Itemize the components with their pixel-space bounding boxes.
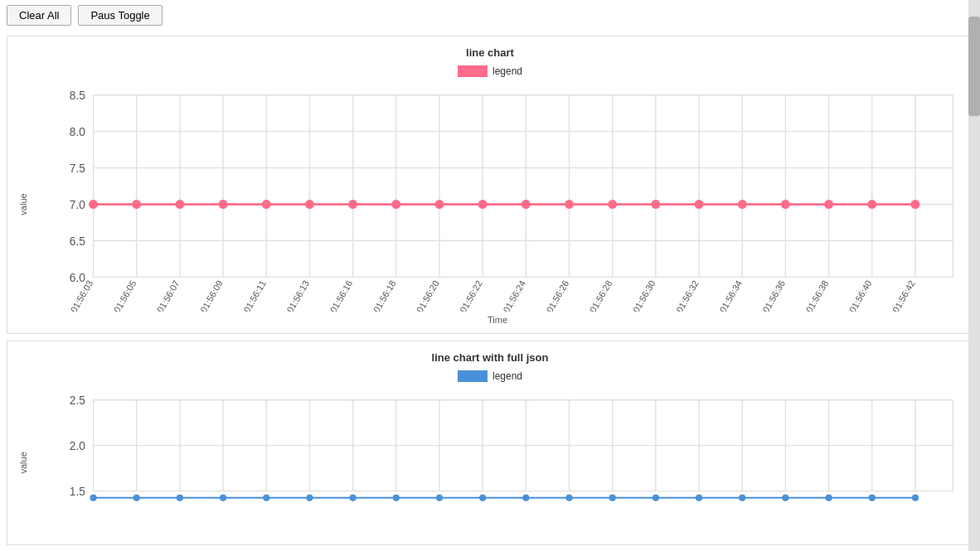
svg-point-103 bbox=[220, 494, 226, 500]
svg-point-41 bbox=[434, 200, 444, 209]
svg-point-102 bbox=[177, 494, 183, 500]
svg-text:2.5: 2.5 bbox=[70, 394, 85, 407]
chart1-x-label: Time bbox=[31, 315, 964, 325]
svg-text:6.5: 6.5 bbox=[70, 235, 85, 248]
svg-point-39 bbox=[348, 200, 357, 209]
svg-point-51 bbox=[867, 200, 876, 209]
svg-text:2019-10-06 01:56:16: 2019-10-06 01:56:16 bbox=[303, 278, 354, 311]
chart1-container: line chart legend value bbox=[7, 36, 973, 334]
chart2-title: line chart with full json bbox=[16, 351, 964, 364]
chart1-inner: 8.5 8.0 7.5 7.0 6.5 6.0 bbox=[31, 84, 964, 325]
svg-point-37 bbox=[262, 200, 271, 209]
svg-text:2019-10-06 01:56:26: 2019-10-06 01:56:26 bbox=[520, 278, 570, 311]
chart2-legend-label: legend bbox=[492, 370, 522, 382]
chart1-y-label: value bbox=[16, 84, 31, 325]
chart2-area: value bbox=[16, 389, 964, 537]
chart1-legend-label: legend bbox=[492, 65, 522, 77]
svg-point-104 bbox=[263, 494, 269, 500]
chart2-y-label: value bbox=[16, 389, 31, 537]
svg-point-40 bbox=[391, 200, 400, 209]
svg-point-117 bbox=[825, 494, 832, 500]
svg-point-48 bbox=[738, 200, 747, 209]
chart1-legend: legend bbox=[16, 65, 964, 77]
pause-toggle-button[interactable]: Paus Toggle bbox=[78, 5, 162, 26]
svg-point-105 bbox=[306, 494, 313, 500]
svg-point-34 bbox=[132, 200, 141, 209]
chart1-legend-swatch bbox=[458, 65, 488, 77]
svg-point-46 bbox=[651, 200, 660, 209]
svg-point-118 bbox=[869, 494, 876, 500]
svg-point-114 bbox=[696, 494, 702, 500]
svg-text:2019-10-06 01:56:38: 2019-10-06 01:56:38 bbox=[779, 278, 830, 311]
chart1-svg: 8.5 8.0 7.5 7.0 6.5 6.0 bbox=[31, 84, 964, 312]
svg-point-107 bbox=[393, 494, 400, 500]
svg-point-112 bbox=[609, 494, 616, 500]
scrollbar-track[interactable] bbox=[968, 0, 980, 550]
svg-point-109 bbox=[479, 494, 486, 500]
svg-point-38 bbox=[305, 200, 314, 209]
svg-text:7.0: 7.0 bbox=[70, 199, 85, 211]
svg-point-43 bbox=[522, 200, 531, 209]
scrollbar-thumb[interactable] bbox=[968, 17, 980, 116]
svg-text:1.5: 1.5 bbox=[70, 486, 85, 498]
svg-point-106 bbox=[349, 494, 356, 500]
chart1-area: value bbox=[16, 84, 964, 325]
svg-point-100 bbox=[90, 494, 96, 500]
svg-point-36 bbox=[219, 200, 228, 209]
svg-text:2019-10-06 01:56:32: 2019-10-06 01:56:32 bbox=[649, 278, 700, 311]
chart2-legend: legend bbox=[16, 370, 964, 382]
svg-point-111 bbox=[565, 494, 572, 500]
svg-text:2019-10-06 01:56:36: 2019-10-06 01:56:36 bbox=[736, 278, 787, 311]
svg-text:2019-10-06 01:56:34: 2019-10-06 01:56:34 bbox=[693, 278, 744, 311]
svg-text:2019-10-06 01:56:22: 2019-10-06 01:56:22 bbox=[434, 278, 484, 311]
svg-text:2019-10-06 01:56:13: 2019-10-06 01:56:13 bbox=[260, 278, 311, 311]
svg-text:2019-10-06 01:56:07: 2019-10-06 01:56:07 bbox=[130, 278, 181, 311]
svg-point-49 bbox=[781, 200, 790, 209]
svg-text:8.5: 8.5 bbox=[70, 89, 85, 102]
svg-text:2019-10-06 01:56:40: 2019-10-06 01:56:40 bbox=[822, 278, 873, 311]
svg-text:2019-10-06 01:56:09: 2019-10-06 01:56:09 bbox=[173, 278, 224, 311]
svg-point-101 bbox=[133, 494, 140, 500]
svg-point-52 bbox=[910, 200, 919, 209]
svg-point-108 bbox=[436, 494, 443, 500]
chart2-legend-swatch bbox=[458, 370, 488, 382]
svg-text:2019-10-06 01:56:28: 2019-10-06 01:56:28 bbox=[563, 278, 614, 311]
chart2-svg: 2.5 2.0 1.5 bbox=[31, 389, 964, 537]
svg-point-47 bbox=[695, 200, 704, 209]
svg-text:2019-10-06 01:56:24: 2019-10-06 01:56:24 bbox=[477, 278, 527, 311]
svg-text:8.0: 8.0 bbox=[70, 126, 85, 138]
svg-point-45 bbox=[608, 200, 617, 209]
svg-text:2019-10-06 01:56:30: 2019-10-06 01:56:30 bbox=[606, 278, 657, 311]
svg-text:2019-10-06 01:56:42: 2019-10-06 01:56:42 bbox=[866, 278, 916, 311]
toolbar: Clear All Paus Toggle bbox=[0, 0, 980, 31]
chart2-inner: 2.5 2.0 1.5 bbox=[31, 389, 964, 537]
svg-point-42 bbox=[478, 200, 488, 209]
svg-point-35 bbox=[175, 200, 184, 209]
svg-text:2019-10-06 01:56:20: 2019-10-06 01:56:20 bbox=[390, 278, 440, 311]
clear-all-button[interactable]: Clear All bbox=[7, 5, 71, 26]
svg-text:2019-10-06 01:56:11: 2019-10-06 01:56:11 bbox=[217, 278, 268, 311]
svg-point-44 bbox=[565, 200, 574, 209]
svg-text:2019-10-06 01:56:18: 2019-10-06 01:56:18 bbox=[347, 278, 397, 311]
svg-text:2.0: 2.0 bbox=[70, 440, 85, 452]
svg-point-33 bbox=[89, 200, 98, 209]
svg-point-113 bbox=[653, 494, 659, 500]
chart1-title: line chart bbox=[16, 46, 964, 59]
svg-point-110 bbox=[522, 494, 529, 500]
svg-point-115 bbox=[739, 494, 745, 500]
svg-point-50 bbox=[824, 200, 833, 209]
svg-point-119 bbox=[912, 494, 919, 500]
chart2-container: line chart with full json legend value bbox=[7, 341, 973, 546]
svg-text:2019-10-06 01:56:05: 2019-10-06 01:56:05 bbox=[87, 278, 138, 311]
svg-point-116 bbox=[782, 494, 788, 500]
svg-text:7.5: 7.5 bbox=[70, 162, 85, 175]
